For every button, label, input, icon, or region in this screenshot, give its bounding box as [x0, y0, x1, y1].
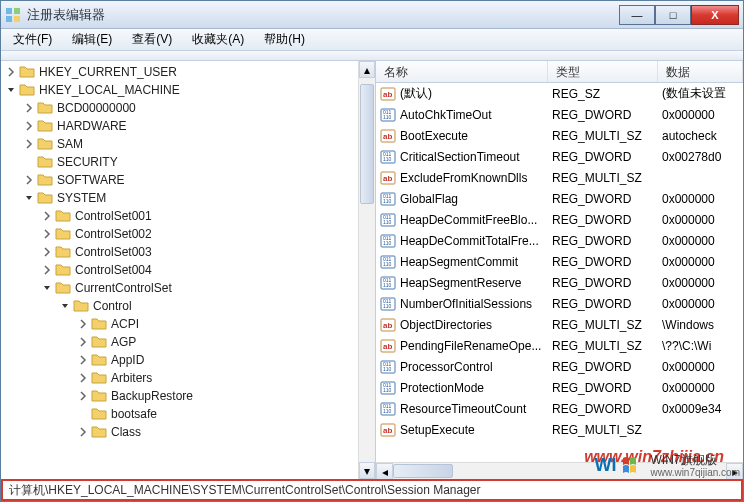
row-type: REG_DWORD — [548, 255, 658, 269]
row-type: REG_DWORD — [548, 192, 658, 206]
svg-text:ab: ab — [383, 174, 392, 183]
svg-rect-0 — [6, 8, 12, 14]
scroll-track[interactable] — [359, 78, 375, 462]
chevron-right-icon[interactable] — [77, 426, 89, 438]
list-row[interactable]: abPendingFileRenameOpe...REG_MULTI_SZ\??… — [376, 335, 743, 356]
chevron-right-icon[interactable] — [23, 102, 35, 114]
row-name: ProcessorControl — [400, 360, 493, 374]
tree-node-hkcu[interactable]: HKEY_CURRENT_USER — [5, 63, 177, 81]
tree-node-software[interactable]: SOFTWARE — [23, 171, 125, 189]
tree-node-class[interactable]: Class — [77, 423, 141, 441]
list-row[interactable]: 011110HeapDeCommitTotalFre...REG_DWORD0x… — [376, 230, 743, 251]
tree-node-bcd[interactable]: BCD00000000 — [23, 99, 136, 117]
titlebar: 注册表编辑器 — □ X — [1, 1, 743, 29]
list-row[interactable]: abSetupExecuteREG_MULTI_SZ — [376, 419, 743, 440]
tree-node-agp[interactable]: AGP — [77, 333, 136, 351]
close-button[interactable]: X — [691, 5, 739, 25]
column-header-name[interactable]: 名称 — [376, 61, 548, 82]
tree-node-control[interactable]: Control — [59, 297, 132, 315]
maximize-button[interactable]: □ — [655, 5, 691, 25]
folder-icon — [37, 136, 53, 152]
tree-node-acpi[interactable]: ACPI — [77, 315, 139, 333]
tree-label: ACPI — [111, 317, 139, 331]
menu-favorites[interactable]: 收藏夹(A) — [184, 29, 252, 50]
list-row[interactable]: ab(默认)REG_SZ(数值未设置 — [376, 83, 743, 104]
value-dw-icon: 011110 — [380, 212, 396, 228]
tree-node-security[interactable]: SECURITY — [23, 153, 118, 171]
scroll-left-button[interactable]: ◂ — [376, 463, 393, 479]
chevron-right-icon[interactable] — [23, 138, 35, 150]
list-row[interactable]: abObjectDirectoriesREG_MULTI_SZ\Windows — [376, 314, 743, 335]
list-row[interactable]: abBootExecuteREG_MULTI_SZautocheck — [376, 125, 743, 146]
row-name: GlobalFlag — [400, 192, 458, 206]
chevron-right-icon[interactable] — [41, 210, 53, 222]
list-row[interactable]: 011110HeapSegmentCommitREG_DWORD0x000000 — [376, 251, 743, 272]
chevron-right-icon[interactable] — [23, 120, 35, 132]
chevron-down-icon[interactable] — [41, 282, 53, 294]
tree-node-cs004[interactable]: ControlSet004 — [41, 261, 152, 279]
menu-edit[interactable]: 编辑(E) — [64, 29, 120, 50]
chevron-right-icon[interactable] — [41, 246, 53, 258]
tree-node-system[interactable]: SYSTEM — [23, 189, 106, 207]
chevron-right-icon[interactable] — [77, 354, 89, 366]
tree-node-cs002[interactable]: ControlSet002 — [41, 225, 152, 243]
tree-node-cs001[interactable]: ControlSet001 — [41, 207, 152, 225]
minimize-button[interactable]: — — [619, 5, 655, 25]
tree-node-arbiters[interactable]: Arbiters — [77, 369, 152, 387]
chevron-down-icon[interactable] — [5, 84, 17, 96]
list-row[interactable]: 011110ProtectionModeREG_DWORD0x000000 — [376, 377, 743, 398]
scroll-thumb[interactable] — [360, 84, 374, 204]
scroll-right-button[interactable]: ▸ — [726, 463, 743, 479]
list-row[interactable]: 011110ResourceTimeoutCountREG_DWORD0x000… — [376, 398, 743, 419]
menu-view[interactable]: 查看(V) — [124, 29, 180, 50]
chevron-down-icon[interactable] — [59, 300, 71, 312]
menu-file[interactable]: 文件(F) — [5, 29, 60, 50]
list-row[interactable]: 011110AutoChkTimeOutREG_DWORD0x000000 — [376, 104, 743, 125]
chevron-right-icon[interactable] — [77, 336, 89, 348]
chevron-right-icon[interactable] — [5, 66, 17, 78]
folder-icon — [91, 334, 107, 350]
tree-label: SYSTEM — [57, 191, 106, 205]
chevron-right-icon[interactable] — [77, 318, 89, 330]
column-header-type[interactable]: 类型 — [548, 61, 658, 82]
svg-text:110: 110 — [383, 198, 392, 204]
scroll-up-button[interactable]: ▴ — [359, 61, 375, 78]
scroll-track[interactable] — [393, 463, 726, 479]
list-row[interactable]: abExcludeFromKnownDllsREG_MULTI_SZ — [376, 167, 743, 188]
tree-label: AppID — [111, 353, 144, 367]
svg-text:110: 110 — [383, 114, 392, 120]
chevron-right-icon[interactable] — [41, 228, 53, 240]
list-row[interactable]: 011110GlobalFlagREG_DWORD0x000000 — [376, 188, 743, 209]
list-row[interactable]: 011110NumberOfInitialSessionsREG_DWORD0x… — [376, 293, 743, 314]
scroll-down-button[interactable]: ▾ — [359, 462, 375, 479]
list-row[interactable]: 011110HeapDeCommitFreeBlo...REG_DWORD0x0… — [376, 209, 743, 230]
tree-node-hklm[interactable]: HKEY_LOCAL_MACHINE — [5, 81, 180, 99]
chevron-right-icon[interactable] — [77, 372, 89, 384]
chevron-right-icon[interactable] — [23, 174, 35, 186]
list-row[interactable]: 011110HeapSegmentReserveREG_DWORD0x00000… — [376, 272, 743, 293]
column-header-data[interactable]: 数据 — [658, 61, 743, 82]
scroll-thumb[interactable] — [393, 464, 453, 478]
tree-node-appid[interactable]: AppID — [77, 351, 144, 369]
svg-text:110: 110 — [383, 240, 392, 246]
chevron-down-icon[interactable] — [23, 192, 35, 204]
tree-vertical-scrollbar[interactable]: ▴ ▾ — [358, 61, 375, 479]
row-data: 0x0009e34 — [658, 402, 743, 416]
tree-node-bootsafe[interactable]: bootsafe — [77, 405, 157, 423]
tree-node-backuprestore[interactable]: BackupRestore — [77, 387, 193, 405]
list-row[interactable]: 011110ProcessorControlREG_DWORD0x000000 — [376, 356, 743, 377]
row-type: REG_MULTI_SZ — [548, 339, 658, 353]
chevron-right-icon[interactable] — [41, 264, 53, 276]
folder-icon — [55, 244, 71, 260]
row-data: 0x000000 — [658, 360, 743, 374]
row-name: ResourceTimeoutCount — [400, 402, 526, 416]
chevron-right-icon[interactable] — [77, 390, 89, 402]
tree-node-cs003[interactable]: ControlSet003 — [41, 243, 152, 261]
list-row[interactable]: 011110CriticalSectionTimeoutREG_DWORD0x0… — [376, 146, 743, 167]
tree-node-hardware[interactable]: HARDWARE — [23, 117, 127, 135]
folder-icon — [37, 118, 53, 134]
menu-help[interactable]: 帮助(H) — [256, 29, 313, 50]
tree-node-ccs[interactable]: CurrentControlSet — [41, 279, 172, 297]
tree-node-sam[interactable]: SAM — [23, 135, 83, 153]
list-horizontal-scrollbar[interactable]: ◂ ▸ — [376, 462, 743, 479]
